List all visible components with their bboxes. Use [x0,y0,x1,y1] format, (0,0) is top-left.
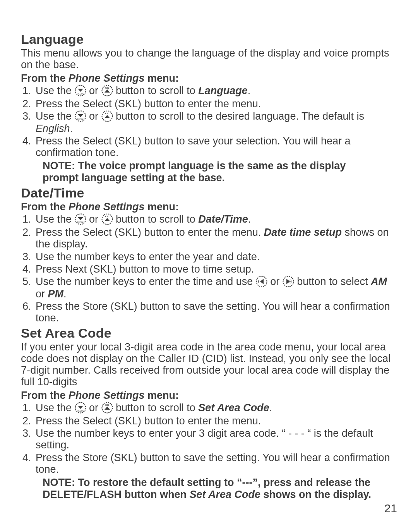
note-b: shows on the display. [260,489,371,500]
up-arrow-icon [101,402,113,414]
text: Use the number keys to enter the time an… [36,276,256,287]
note-target: Set Area Code [189,489,260,500]
areacode-steps: Use the or button to scroll to Set Area … [21,402,397,475]
page-number: 21 [384,502,397,515]
text: Use the [36,110,75,122]
from-suffix: menu: [145,390,179,401]
down-arrow-icon [75,402,86,414]
list-item: Use the number keys to enter your 3 digi… [34,427,397,451]
areacode-intro: If you enter your local 3-digit area cod… [21,341,397,388]
text: Press the Select (SKL) button to enter t… [36,227,264,238]
from-prefix: From the [21,72,69,84]
heading-language: Language [21,32,397,46]
list-item: Use the number keys to enter the year an… [34,251,397,263]
text: button to scroll to [113,85,199,96]
text: or [86,85,101,96]
list-item: Use the or button to scroll to the desir… [34,110,397,134]
list-item: Use the or button to scroll to Language. [34,85,397,97]
pm: PM [48,288,64,300]
text: . [248,85,251,96]
from-menu: Phone Settings [69,72,145,84]
text: Use the [36,213,75,225]
text: or [86,402,101,414]
list-item: Press the Store (SKL) button to save the… [34,452,397,475]
text: or [36,288,48,300]
list-item: Use the or button to scroll to Set Area … [34,402,397,414]
list-item: Press the Select (SKL) button to save yo… [34,135,397,158]
list-item: Press Next (SKL) button to move to time … [34,263,397,275]
from-menu: Phone Settings [69,390,145,401]
text: Use the [36,85,75,96]
areacode-from: From the Phone Settings menu: [21,390,397,401]
target: Set Area Code [198,402,269,414]
right-arrow-icon [283,276,294,287]
from-suffix: menu: [145,72,179,84]
text: or [267,276,283,287]
areacode-note: NOTE: To restore the default setting to … [43,477,375,501]
text: . [269,402,272,414]
text: button to scroll to [113,402,199,414]
datetime-from: From the Phone Settings menu: [21,201,397,213]
list-item: Press the Select (SKL) button to enter t… [34,415,397,427]
up-arrow-icon [101,85,113,96]
text: Use the [36,402,75,414]
text: button to select [294,276,371,287]
list-item: Use the or button to scroll to Date/Time… [34,213,397,226]
list-item: Press the Store (SKL) button to save the… [34,300,397,324]
from-suffix: menu: [145,201,179,213]
language-note: NOTE: The voice prompt language is the s… [43,160,375,184]
list-item: Use the number keys to enter the time an… [34,276,397,300]
text: . [63,288,67,300]
left-arrow-icon [256,276,267,287]
down-arrow-icon [75,213,86,225]
up-arrow-icon [101,213,113,225]
language-intro: This menu allows you to change the langu… [21,47,397,70]
language-from: From the Phone Settings menu: [21,72,397,84]
manual-page: Language This menu allows you to change … [0,0,418,532]
target: Language [198,85,248,96]
heading-areacode: Set Area Code [21,326,397,340]
text: . [70,123,73,134]
text: or [86,213,101,225]
heading-datetime: Date/Time [21,185,397,200]
datetime-steps: Use the or button to scroll to Date/Time… [21,213,397,324]
from-menu: Phone Settings [69,201,145,213]
language-steps: Use the or button to scroll to Language.… [21,85,397,159]
up-arrow-icon [101,110,113,122]
list-item: Press the Select (SKL) button to enter t… [34,98,397,110]
default-lang: English [36,123,70,134]
from-prefix: From the [21,201,69,213]
from-prefix: From the [21,390,69,401]
list-item: Press the Select (SKL) button to enter t… [34,227,397,250]
target: Date/Time [198,213,248,225]
down-arrow-icon [75,85,86,96]
text: or [86,110,101,122]
text: button to scroll to [113,213,199,225]
am: AM [371,276,387,287]
target: Date time setup [264,227,342,238]
text: . [248,213,251,225]
down-arrow-icon [75,110,86,122]
text: button to scroll to the desired language… [113,110,364,122]
